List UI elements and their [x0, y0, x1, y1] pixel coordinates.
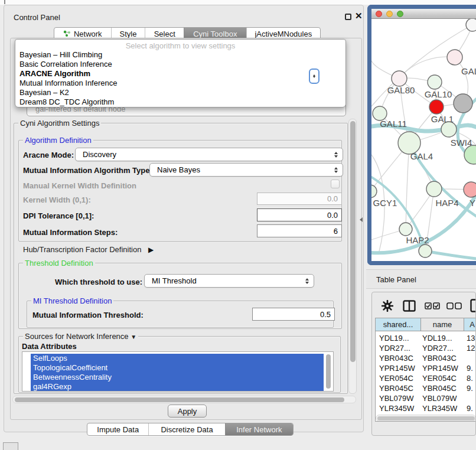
- kernel-width-label: Kernel Width (0,1):: [23, 195, 91, 204]
- cell-val-7[interactable]: 9.: [467, 404, 473, 413]
- column-header-name-label: name: [433, 320, 452, 329]
- label-gal80: GAL80: [387, 85, 415, 95]
- attribute-item-gal4rgexp[interactable]: gal4RGexp: [31, 382, 324, 392]
- which-threshold-label: Which threshold to use:: [55, 278, 142, 286]
- table-horizontal-scrollbar-thumb[interactable]: [377, 416, 475, 420]
- tab-infer-network[interactable]: Infer Network: [225, 423, 293, 435]
- cell-shared-4[interactable]: YER054C: [379, 374, 413, 383]
- data-attributes-list[interactable]: SelfLoops TopologicalCoefficient Between…: [22, 351, 334, 392]
- algorithm-option-mutual-information[interactable]: Mutual Information Inference: [19, 79, 117, 88]
- network-view-window[interactable]: GAL GAL80 GAL10 GAL1 GAL11 SWI4 GAL4 GCY…: [367, 5, 476, 265]
- deselect-all-checkboxes-icon[interactable]: [446, 302, 462, 309]
- mi-type-combobox[interactable]: Naive Bayes: [149, 163, 343, 177]
- node-bottom[interactable]: [419, 244, 432, 257]
- node-gal1[interactable]: [429, 100, 444, 114]
- node-gal10[interactable]: [428, 75, 442, 89]
- cell-name-3[interactable]: YPR145W: [422, 364, 458, 373]
- cell-val-3[interactable]: 9.: [467, 364, 473, 373]
- control-panel: Control Panel ✕ Network Style Select Cyn…: [4, 5, 364, 432]
- top-tick: [4, 0, 5, 4]
- label-gal-partial: GAL: [461, 66, 476, 76]
- attribute-item-selfloops[interactable]: SelfLoops: [31, 354, 324, 363]
- algorithm-option-aracne[interactable]: ARACNE Algorithm: [19, 69, 90, 79]
- close-panel-button[interactable]: ✕: [355, 11, 363, 21]
- label-swi4: SWI4: [451, 138, 472, 148]
- settings-gear-icon[interactable]: [382, 300, 393, 312]
- mi-steps-field[interactable]: [257, 224, 342, 237]
- node-pink-right[interactable]: [464, 182, 476, 197]
- network-window-titlebar[interactable]: [371, 9, 476, 19]
- algorithm-option-hill-climbing[interactable]: Bayesian – Hill Climbing: [19, 50, 102, 60]
- which-threshold-arrows-icon: [305, 278, 309, 284]
- tab-impute-data[interactable]: Impute Data: [87, 423, 148, 435]
- cell-name-5[interactable]: YBR045C: [422, 384, 457, 393]
- cell-shared-2[interactable]: YBR043C: [379, 354, 413, 363]
- hub-definition-expander[interactable]: Hub/Transcription Factor Definition ▶: [23, 245, 154, 254]
- node-hap4[interactable]: [426, 181, 442, 197]
- column-header-partial[interactable]: A: [464, 318, 476, 331]
- apply-button[interactable]: Apply: [168, 405, 207, 418]
- algorithm-option-bayesian-k2[interactable]: Bayesian – K2: [19, 88, 69, 97]
- mi-threshold-field[interactable]: [252, 308, 335, 321]
- attribute-item-betweennesscentrality[interactable]: BetweennessCentrality: [31, 373, 324, 382]
- which-threshold-combobox[interactable]: MI Threshold: [144, 274, 314, 288]
- column-header-name[interactable]: name: [421, 318, 464, 331]
- splitter-collapse-arrow[interactable]: [360, 217, 363, 222]
- cell-name-0[interactable]: YDL19...: [422, 334, 452, 343]
- node-gal-partial[interactable]: [447, 50, 462, 65]
- select-all-checkboxes-icon[interactable]: [425, 302, 440, 309]
- dpi-tolerance-field[interactable]: [257, 208, 342, 221]
- function-builder-icon[interactable]: [470, 299, 476, 312]
- attributes-scrollbar-thumb[interactable]: [326, 354, 331, 389]
- manual-kernel-checkbox[interactable]: [331, 180, 340, 188]
- cell-val-1[interactable]: 12: [467, 344, 475, 353]
- float-panel-button[interactable]: [345, 14, 351, 20]
- tab-discretize-data[interactable]: Discretize Data: [148, 423, 224, 435]
- network-canvas[interactable]: GAL GAL80 GAL10 GAL1 GAL11 SWI4 GAL4 GCY…: [371, 19, 476, 261]
- tab-style-label: Style: [120, 30, 137, 38]
- cell-val-5[interactable]: 9.: [467, 384, 473, 393]
- settings-horizontal-scrollbar[interactable]: [12, 396, 356, 403]
- cell-shared-7[interactable]: YLR345W: [379, 404, 414, 413]
- close-window-icon[interactable]: [376, 11, 382, 17]
- node-gal80[interactable]: [392, 71, 407, 86]
- settings-vertical-scrollbar[interactable]: [348, 119, 357, 394]
- node-table[interactable]: shared... name A YDL19... YDL19... 13 YD…: [375, 318, 476, 422]
- cell-name-7[interactable]: YLR345W: [422, 404, 457, 413]
- manual-kernel-label: Manual Kernel Width Definition: [23, 181, 136, 190]
- node-gray[interactable]: [454, 94, 472, 113]
- cell-shared-3[interactable]: YPR145W: [379, 364, 415, 373]
- node-hap2[interactable]: [399, 223, 412, 236]
- algorithm-option-basic-correlation[interactable]: Basic Correlation Inference: [19, 60, 112, 69]
- sources-title[interactable]: Sources for Network Inference ▼: [23, 332, 138, 341]
- kernel-width-field[interactable]: [257, 193, 342, 205]
- cell-name-1[interactable]: YDR27...: [422, 344, 454, 353]
- zoom-window-icon[interactable]: [397, 11, 403, 17]
- table-horizontal-scrollbar[interactable]: [376, 415, 476, 422]
- settings-vertical-scrollbar-thumb[interactable]: [350, 121, 356, 362]
- cell-name-2[interactable]: YBR043C: [422, 354, 457, 363]
- cell-val-4[interactable]: 8.: [467, 374, 473, 383]
- algorithm-option-dream8[interactable]: Dream8 DC_TDC Algorithm: [19, 97, 114, 107]
- label-hap2: HAP2: [406, 235, 429, 245]
- cell-shared-5[interactable]: YBR045C: [379, 384, 413, 393]
- show-columns-icon[interactable]: [403, 300, 416, 312]
- minimize-window-icon[interactable]: [386, 11, 393, 17]
- cell-shared-0[interactable]: YDL19...: [379, 334, 409, 343]
- cell-shared-1[interactable]: YDR27...: [379, 344, 410, 353]
- cell-shared-6[interactable]: YBL079W: [379, 394, 414, 403]
- aracne-mode-combobox[interactable]: Discovery: [75, 148, 343, 161]
- bottom-left-widget[interactable]: [3, 442, 18, 450]
- settings-horizontal-scrollbar-thumb[interactable]: [15, 397, 344, 402]
- tab-network-label: Network: [74, 30, 102, 38]
- node-green-right[interactable]: [464, 145, 476, 164]
- column-header-shared-name[interactable]: shared...: [376, 318, 421, 331]
- cell-name-4[interactable]: YER054C: [422, 374, 457, 383]
- cell-name-6[interactable]: YBL079W: [422, 394, 457, 403]
- apply-button-label: Apply: [178, 407, 197, 416]
- cell-val-0[interactable]: 13: [467, 334, 475, 343]
- combobox-focus-arrows[interactable]: [309, 69, 319, 84]
- node-gcy1[interactable]: [371, 185, 377, 198]
- node-unlabeled-top[interactable]: [466, 19, 476, 31]
- attribute-item-topologicalcoefficient[interactable]: TopologicalCoefficient: [31, 363, 324, 373]
